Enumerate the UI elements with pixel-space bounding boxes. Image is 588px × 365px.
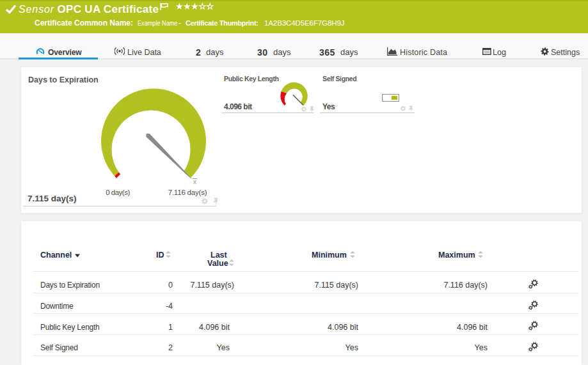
svg-text:x: x <box>193 178 196 185</box>
